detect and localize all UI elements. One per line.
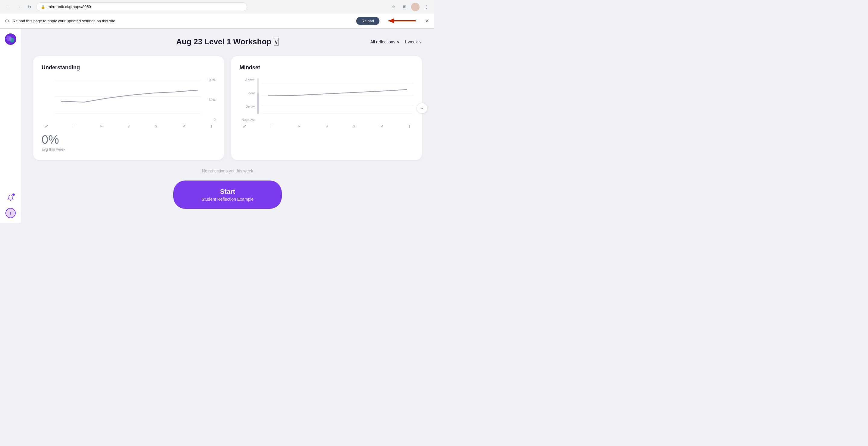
forward-icon: →	[17, 4, 21, 9]
y-label-50: 50%	[206, 98, 216, 101]
mindset-x-axis: W T F S S M T	[240, 124, 413, 128]
mindset-x-label-w: W	[243, 124, 246, 128]
reload-page-button[interactable]: Reload	[356, 17, 379, 25]
cta-main-label: Start	[220, 188, 235, 196]
y-label-0: 0	[206, 118, 216, 122]
back-button[interactable]: ←	[4, 3, 12, 11]
page-title: Aug 23 Level 1 Workshop	[176, 37, 272, 46]
mindset-x-label-s2: S	[353, 124, 355, 128]
sidebar: I	[0, 29, 21, 223]
all-reflections-filter[interactable]: All reflections ∨	[370, 39, 399, 44]
star-button[interactable]: ☆	[390, 3, 398, 11]
mindset-chart-container: Above Ideal Below Negative	[240, 76, 413, 124]
gear-icon: ⚙	[5, 18, 9, 24]
understanding-y-axis: 100% 50% 0	[206, 76, 216, 124]
understanding-card-title: Understanding	[41, 64, 216, 71]
svg-point-5	[9, 37, 12, 41]
page-title-section: Aug 23 Level 1 Workshop ∨	[33, 37, 422, 46]
y-label-below: Below	[240, 104, 255, 108]
logo[interactable]	[5, 33, 16, 45]
understanding-chart-svg	[41, 76, 204, 118]
understanding-stat-value: 0%	[41, 133, 216, 147]
reload-button[interactable]: ↻	[25, 3, 34, 11]
mindset-card: Mindset Above Ideal Below Negative	[231, 56, 422, 160]
all-reflections-label: All reflections	[370, 39, 395, 44]
mindset-chart-svg	[261, 76, 413, 118]
mindset-y-axis: Above Ideal Below Negative	[240, 76, 255, 124]
x-label-f: F	[100, 124, 102, 128]
reload-icon: ↻	[28, 4, 31, 9]
address-bar[interactable]: 🔒	[36, 2, 247, 11]
notifications-button[interactable]	[5, 192, 16, 203]
mindset-x-label-t2: T	[408, 124, 410, 128]
y-label-ideal: Ideal	[240, 91, 255, 95]
reflections-chevron-icon: ∨	[397, 39, 400, 44]
header-filters: All reflections ∨ 1 week ∨	[370, 39, 422, 44]
lock-icon: 🔒	[41, 5, 45, 9]
browser-chrome: ← → ↻ 🔒 ☆ ⊞ ⋮ ⚙ Reload this page to ap	[0, 0, 434, 29]
y-label-above: Above	[240, 78, 255, 82]
page-header: Aug 23 Level 1 Workshop ∨ All reflection…	[33, 29, 422, 53]
time-filter[interactable]: 1 week ∨	[404, 39, 422, 44]
x-label-s2: S	[155, 124, 157, 128]
browser-actions: ☆ ⊞ ⋮	[390, 3, 430, 11]
no-reflections-message: No reflections yet this week	[33, 168, 422, 173]
understanding-chart-area	[41, 76, 204, 124]
x-label-w: W	[44, 124, 48, 128]
cta-sub-label: Student Reflection Example	[202, 197, 254, 201]
extensions-button[interactable]: ⊞	[400, 3, 409, 11]
x-label-t1: T	[73, 124, 75, 128]
y-label-negative: Negative	[240, 118, 255, 122]
x-label-m: M	[182, 124, 185, 128]
menu-icon: ⋮	[424, 4, 428, 9]
mindset-card-title: Mindset	[240, 64, 413, 71]
browser-toolbar: ← → ↻ 🔒 ☆ ⊞ ⋮	[0, 0, 434, 13]
cards-row: Understanding 100%	[33, 56, 422, 160]
back-icon: ←	[6, 4, 10, 9]
mindset-x-label-f: F	[299, 124, 301, 128]
time-chevron-icon: ∨	[419, 39, 422, 44]
understanding-stat-label: avg this week	[41, 147, 216, 152]
title-dropdown-button[interactable]: ∨	[274, 38, 279, 46]
understanding-chart-wrapper: 100% 50% 0	[41, 76, 216, 124]
banner-text: Reload this page to apply your updated s…	[13, 19, 352, 23]
menu-button[interactable]: ⋮	[422, 3, 430, 11]
svg-marker-1	[389, 19, 394, 23]
user-avatar[interactable]: I	[5, 208, 16, 218]
red-arrow-indicator	[385, 17, 422, 25]
understanding-card: Understanding 100%	[33, 56, 224, 160]
x-label-s1: S	[127, 124, 130, 128]
x-label-t2: T	[210, 124, 213, 128]
main-content: Aug 23 Level 1 Workshop ∨ All reflection…	[21, 29, 434, 223]
app-container: I Aug 23 Level 1 Workshop ∨ All reflecti…	[0, 29, 434, 223]
star-icon: ☆	[392, 4, 396, 9]
mindset-x-label-t1: T	[271, 124, 273, 128]
time-filter-label: 1 week	[404, 39, 418, 44]
arrow-right-icon: →	[420, 106, 424, 110]
banner-close-button[interactable]: ✕	[425, 18, 429, 24]
y-label-100: 100%	[206, 78, 216, 82]
mindset-x-label-m: M	[380, 124, 383, 128]
mindset-x-label-s1: S	[326, 124, 328, 128]
mindset-y-bar	[257, 78, 259, 114]
url-input[interactable]	[48, 4, 243, 9]
mindset-y-bar-fill	[257, 93, 259, 114]
understanding-stat-section: 0% avg this week	[41, 133, 216, 152]
forward-button[interactable]: →	[14, 3, 23, 11]
extensions-icon: ⊞	[403, 4, 406, 9]
next-card-button[interactable]: →	[416, 103, 427, 114]
understanding-x-axis: W T F S S M T	[41, 124, 216, 128]
profile-avatar-button[interactable]	[411, 3, 420, 11]
mindset-chart-area	[261, 76, 413, 124]
start-reflection-button[interactable]: Start Student Reflection Example	[173, 181, 282, 209]
cta-container: Start Student Reflection Example	[33, 181, 422, 209]
notification-banner: ⚙ Reload this page to apply your updated…	[0, 13, 434, 28]
notification-badge	[12, 193, 15, 196]
